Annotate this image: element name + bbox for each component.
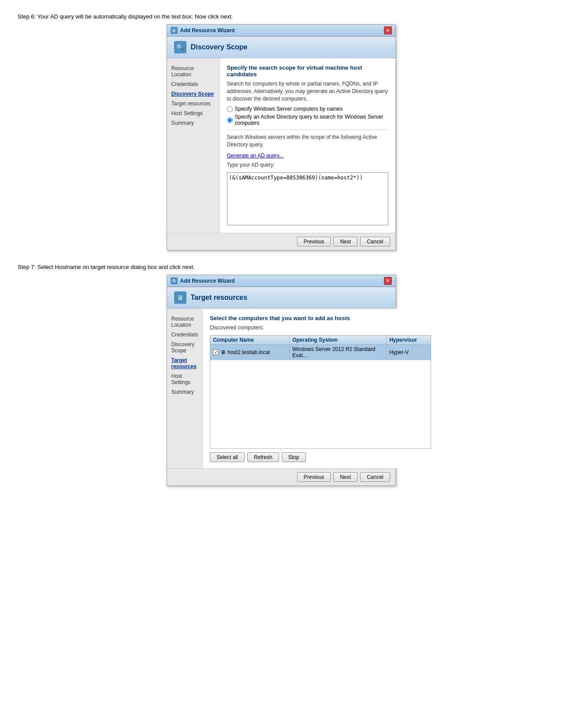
step6-heading: Specify the search scope for virtual mac… — [227, 64, 388, 78]
step7-next-button[interactable]: Next — [333, 472, 357, 482]
step6-radio2[interactable] — [227, 117, 233, 123]
step6-titlebar-left: ⚙ Add Resource Wizard — [171, 27, 235, 34]
step6-query-textarea[interactable]: (&(sAMAccountType=805306369)(name=host2*… — [227, 172, 388, 225]
step7-table-header: Computer Name Operating System Hyperviso… — [210, 336, 431, 345]
step7-sidebar-credentials[interactable]: Credentials — [167, 330, 203, 340]
step7-sidebar-target-resources[interactable]: Target resources — [167, 355, 203, 371]
step6-content: Specify the search scope for virtual mac… — [220, 58, 395, 233]
step6-radio1-item: Specify Windows Server computers by name… — [227, 106, 388, 112]
step7-row1-checkbox[interactable]: ✓ — [213, 349, 219, 355]
step6-radio-group: Specify Windows Server computers by name… — [227, 106, 388, 126]
step7-window-title: Add Resource Wizard — [180, 278, 235, 284]
step6-body: Resource Location Credentials Discovery … — [167, 58, 395, 233]
step6-close-button[interactable]: ✕ — [384, 26, 392, 34]
step7-col-os: Operating System — [290, 336, 387, 344]
step6-section-text: Search Windows servers within the scope … — [227, 134, 388, 149]
step7-bottom-buttons: Select all Refresh Stop — [210, 452, 431, 462]
step7-sidebar-resource-location[interactable]: Resource Location — [167, 314, 203, 330]
sidebar-item-summary[interactable]: Summary — [167, 118, 220, 128]
sidebar-item-target-resources[interactable]: Target resources — [167, 99, 220, 108]
step7-wizard-window: ⚙ Add Resource Wizard ✕ 🖥 Target resourc… — [167, 275, 396, 486]
step6-radio1-label: Specify Windows Server computers by name… — [235, 106, 343, 112]
step6-sidebar: Resource Location Credentials Discovery … — [167, 58, 220, 233]
step6-description: Search for computers by whole or partial… — [227, 80, 388, 102]
step7-header-title: Target resources — [191, 294, 248, 302]
step6-next-button[interactable]: Next — [333, 237, 357, 246]
step7-select-all-button[interactable]: Select all — [210, 452, 245, 462]
step7-stop-button[interactable]: Stop — [282, 452, 306, 462]
step6-cancel-button[interactable]: Cancel — [360, 237, 390, 246]
step6-divider — [227, 130, 388, 130]
step7-row1-os: Windows Server 2012 R2 Standard Eval... — [290, 345, 387, 360]
step7-row1-hostname: host2.testlab.local — [227, 349, 270, 355]
step7-sidebar: Resource Location Credentials Discovery … — [167, 309, 203, 468]
step6-window-title: Add Resource Wizard — [180, 27, 235, 34]
step7-table: Computer Name Operating System Hyperviso… — [210, 335, 431, 449]
step7-content: Select the computers that you want to ad… — [203, 309, 438, 468]
step6-previous-button[interactable]: Previous — [297, 237, 331, 246]
step7-cancel-button[interactable]: Cancel — [360, 472, 390, 482]
step7-header-icon: 🖥 — [174, 291, 186, 304]
sidebar-item-credentials[interactable]: Credentials — [167, 79, 220, 89]
step6-header: 🔍 Discovery Scope — [167, 37, 395, 58]
sidebar-item-resource-location[interactable]: Resource Location — [167, 63, 220, 79]
step7-footer: Previous Next Cancel — [167, 468, 395, 485]
step7-close-button[interactable]: ✕ — [384, 277, 392, 285]
step6-label: Step 6: Your AD query will be automatica… — [18, 13, 544, 20]
table-row[interactable]: ✓ 🖥 host2.testlab.local Windows Server 2… — [210, 345, 431, 360]
sidebar-item-discovery-scope[interactable]: Discovery Scope — [167, 89, 220, 99]
step7-discovered-label: Discovered computers: — [210, 324, 431, 332]
step7-titlebar: ⚙ Add Resource Wizard ✕ — [167, 275, 395, 287]
step6-radio1[interactable] — [227, 106, 233, 112]
step7-previous-button[interactable]: Previous — [297, 472, 331, 482]
step7-sidebar-summary[interactable]: Summary — [167, 387, 203, 397]
sidebar-item-host-settings[interactable]: Host Settings — [167, 108, 220, 118]
step7-title-icon: ⚙ — [171, 277, 178, 284]
step7-col-computer-name: Computer Name — [210, 336, 290, 344]
step7-sidebar-discovery-scope[interactable]: Discovery Scope — [167, 340, 203, 355]
step7-header: 🖥 Target resources — [167, 287, 395, 309]
step6-titlebar: ⚙ Add Resource Wizard ✕ — [167, 25, 395, 37]
step7-sidebar-host-settings[interactable]: Host Settings — [167, 371, 203, 387]
step6-query-label: Type your AD query: — [227, 161, 388, 169]
step6-generate-link[interactable]: Generate an AD query... — [227, 153, 284, 159]
step6-footer: Previous Next Cancel — [167, 233, 395, 250]
step7-row1-computer-icon: 🖥 — [220, 349, 226, 355]
step6-radio2-item: Specify an Active Directory query to sea… — [227, 114, 388, 126]
step7-table-empty-area — [210, 360, 431, 448]
step6-radio2-label: Specify an Active Directory query to sea… — [235, 114, 388, 126]
step7-refresh-button[interactable]: Refresh — [247, 452, 279, 462]
step7-titlebar-left: ⚙ Add Resource Wizard — [171, 277, 235, 284]
step6-header-title: Discovery Scope — [191, 43, 248, 51]
step6-header-icon: 🔍 — [174, 41, 186, 53]
step7-body: Resource Location Credentials Discovery … — [167, 309, 395, 468]
step7-heading: Select the computers that you want to ad… — [210, 315, 431, 321]
step6-title-icon: ⚙ — [171, 27, 178, 34]
step7-row1-hypervisor: Hyper-V — [387, 345, 431, 360]
step7-label: Step 7: Select Hostname on target resour… — [18, 264, 544, 270]
step6-wizard-window: ⚙ Add Resource Wizard ✕ 🔍 Discovery Scop… — [167, 24, 396, 250]
step7-col-hypervisor: Hypervisor — [387, 336, 431, 344]
step7-row1-computer-name: ✓ 🖥 host2.testlab.local — [210, 345, 290, 360]
